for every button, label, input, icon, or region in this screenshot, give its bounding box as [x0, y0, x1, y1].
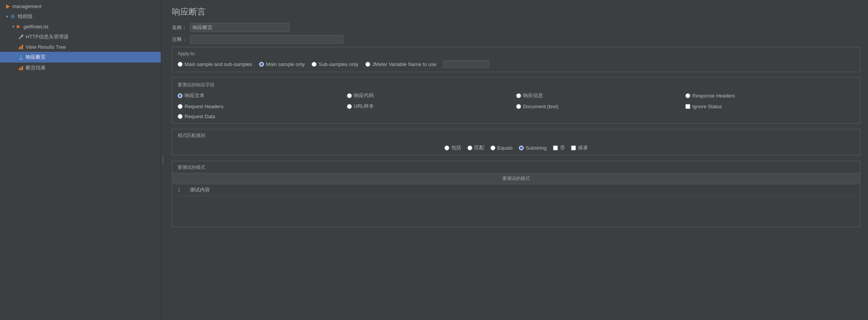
pattern-rules-section: 模式匹配规则 包括 匹配 Equals Substring 否 — [172, 129, 860, 155]
radio-label-response-text: 响应文本 — [185, 92, 205, 99]
radio-response-text[interactable]: 响应文本 — [178, 92, 347, 99]
row-val-1[interactable]: 测试内容 — [190, 186, 210, 193]
radio-contains[interactable]: 包括 — [444, 144, 461, 151]
radio-response-code[interactable]: 响应代码 — [347, 92, 516, 99]
chart-icon — [18, 45, 23, 49]
gear-icon — [10, 14, 15, 19]
radio-label-substring: Substring — [526, 145, 547, 151]
name-label: 名称： — [172, 24, 187, 31]
radio-sub-only[interactable]: Sub-samples only — [312, 61, 358, 67]
svg-rect-18 — [20, 67, 21, 70]
arrow-down-icon: ▾ — [6, 14, 8, 19]
radio-main-sub[interactable]: Main sample and sub-samples — [178, 61, 252, 67]
chart2-icon — [18, 66, 23, 71]
apply-to-title: Apply to: — [178, 51, 855, 56]
radio-request-data[interactable]: Request Data — [178, 114, 347, 119]
checkbox-ignore-status[interactable]: Ignore Status — [685, 103, 855, 110]
checkbox-label-negate: 否 — [560, 144, 565, 151]
sidebar-item-thread-group[interactable]: ▾ 线程组 — [0, 11, 161, 22]
radio-response-message[interactable]: 响应信息 — [516, 92, 685, 99]
drag-dot-4 — [162, 161, 163, 162]
drag-dot-5 — [162, 163, 163, 163]
sampler-icon — [16, 24, 21, 29]
radio-label-response-headers: Response Headers — [692, 93, 735, 99]
checkbox-label-ignore-status: Ignore Status — [692, 104, 722, 109]
radio-matches[interactable]: 匹配 — [467, 144, 484, 151]
comment-label: 注释： — [172, 36, 187, 43]
radio-label-request-data: Request Data — [185, 114, 215, 119]
pattern-rules-title: 模式匹配规则 — [172, 129, 860, 140]
radio-label-contains: 包括 — [451, 144, 461, 151]
radio-label-equals: Equals — [497, 145, 513, 151]
svg-point-12 — [21, 35, 23, 36]
radio-label-url-sample: URL样本 — [354, 103, 374, 110]
apply-to-section: Apply to: Main sample and sub-samples Ma… — [172, 47, 860, 72]
sidebar-label-http-header: HTTP信息头管理器 — [26, 33, 69, 40]
comment-input[interactable] — [190, 35, 343, 44]
svg-point-1 — [12, 16, 14, 18]
checkbox-label-or: 或者 — [578, 144, 588, 151]
svg-line-11 — [19, 36, 22, 39]
svg-rect-14 — [20, 46, 21, 49]
row-num-1: 1 — [178, 187, 185, 193]
radio-label-jmeter-var: JMeter Variable Name to use — [372, 61, 436, 67]
radio-label-request-headers: Request Headers — [185, 104, 223, 109]
arrow-down-icon2: ▾ — [12, 24, 15, 29]
table-row: 1 测试内容 — [172, 184, 860, 196]
radio-label-main-only: Main sample only — [266, 61, 305, 67]
svg-rect-15 — [22, 45, 23, 49]
radio-document-text[interactable]: Document (text) — [516, 103, 685, 110]
svg-rect-17 — [19, 68, 20, 70]
empty-rows-area — [172, 196, 860, 227]
drag-dot-3 — [162, 160, 163, 160]
radio-jmeter-var[interactable]: JMeter Variable Name to use — [365, 61, 436, 67]
drag-dot-2 — [162, 158, 163, 159]
sidebar-item-response-assertion[interactable]: 响应断言 — [0, 52, 161, 63]
test-patterns-title: 要测试的模式 — [172, 161, 860, 173]
radio-label-matches: 匹配 — [474, 144, 484, 151]
radio-main-only[interactable]: Main sample only — [259, 61, 305, 67]
page-title: 响应断言 — [172, 6, 860, 18]
resize-handle[interactable] — [161, 0, 164, 320]
checkbox-or[interactable]: 或者 — [571, 144, 588, 151]
sidebar-item-view-results-tree[interactable]: View Results Tree — [0, 42, 161, 52]
radio-equals[interactable]: Equals — [490, 145, 513, 151]
radio-label-sub-only: Sub-samples only — [318, 61, 358, 67]
radio-label-response-code: 响应代码 — [354, 92, 374, 99]
test-patterns-column-header: 要测试的模式 — [172, 173, 860, 184]
user-icon — [18, 55, 23, 60]
apply-to-radio-group: Main sample and sub-samples Main sample … — [178, 60, 855, 68]
checkbox-negate[interactable]: 否 — [553, 144, 565, 151]
name-input[interactable] — [190, 23, 290, 32]
radio-request-headers[interactable]: Request Headers — [178, 103, 347, 110]
sidebar-label-thread-group: 线程组 — [18, 13, 33, 20]
svg-line-7 — [14, 18, 14, 18]
svg-line-8 — [14, 15, 14, 15]
jmeter-var-input[interactable] — [443, 60, 489, 68]
radio-label-main-sub: Main sample and sub-samples — [185, 61, 252, 67]
svg-line-6 — [11, 15, 12, 15]
triangle-icon — [6, 5, 10, 8]
sidebar-label-view-results-tree: View Results Tree — [26, 44, 66, 50]
sidebar-item-http-header[interactable]: HTTP信息头管理器 — [0, 31, 161, 42]
name-row: 名称： — [172, 23, 860, 32]
svg-rect-19 — [22, 66, 23, 70]
sidebar-item-assertion-result[interactable]: 断言结果 — [0, 63, 161, 73]
radio-substring[interactable]: Substring — [519, 145, 547, 151]
sidebar-label-management: management — [12, 3, 41, 9]
radio-response-headers[interactable]: Response Headers — [685, 92, 855, 99]
comment-row: 注释： — [172, 35, 860, 44]
radio-label-document-text: Document (text) — [523, 104, 558, 109]
test-patterns-section: 要测试的模式 要测试的模式 1 测试内容 — [172, 161, 860, 227]
wrench-icon — [18, 35, 23, 40]
radio-url-sample[interactable]: URL样本 — [347, 103, 516, 110]
sidebar-item-management[interactable]: management — [0, 2, 161, 11]
radio-label-response-message: 响应信息 — [523, 92, 543, 99]
svg-marker-10 — [17, 25, 20, 28]
sidebar-label-response-assertion: 响应断言 — [26, 54, 46, 61]
response-fields-grid: 响应文本 响应代码 响应信息 Response Headers Request … — [178, 92, 855, 119]
response-fields-title: 要测试的响应字段 — [178, 82, 855, 88]
sidebar-label-get-role-list: getRoleList — [23, 24, 48, 30]
response-fields-section: 要测试的响应字段 响应文本 响应代码 响应信息 Response Headers — [172, 78, 860, 124]
sidebar-item-get-role-list[interactable]: ▾ getRoleList — [0, 22, 161, 31]
